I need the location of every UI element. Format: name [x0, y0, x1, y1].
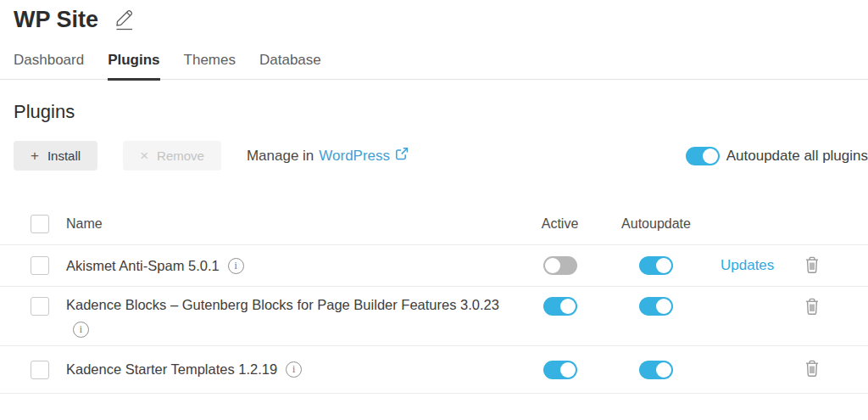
active-toggle[interactable]: [543, 297, 577, 316]
delete-plugin-button[interactable]: [804, 359, 868, 380]
plugin-name-cell: Kadence Starter Templates 1.2.19 i: [66, 361, 528, 378]
trash-icon: [804, 255, 821, 277]
edit-site-name-button[interactable]: [114, 7, 136, 34]
updates-link[interactable]: Updates: [721, 257, 804, 274]
delete-plugin-button[interactable]: [804, 297, 868, 318]
autoupdate-all-plugins: Autoupdate all plugins: [686, 147, 868, 165]
select-all-checkbox[interactable]: [31, 215, 49, 233]
plugin-name: Akismet Anti-Spam 5.0.1: [66, 258, 220, 274]
table-row: Kadence Blocks – Gutenberg Blocks for Pa…: [0, 287, 868, 346]
site-header: WP Site: [0, 0, 868, 34]
table-header-row: Name Active Autoupdate: [0, 203, 868, 245]
tab-database[interactable]: Database: [259, 52, 321, 81]
plugin-name-cell: Kadence Blocks – Gutenberg Blocks for Pa…: [66, 297, 528, 338]
tab-themes[interactable]: Themes: [184, 52, 236, 81]
row-checkbox[interactable]: [31, 297, 49, 316]
table-row: Kadence Starter Templates 1.2.19 i: [0, 346, 868, 394]
column-header-active: Active: [542, 216, 579, 232]
x-icon: ×: [140, 148, 148, 163]
site-tabs: Dashboard Plugins Themes Database: [0, 52, 868, 80]
plus-icon: +: [31, 148, 39, 163]
plugins-table: Name Active Autoupdate Akismet Anti-Spam…: [0, 203, 868, 394]
pencil-icon: [114, 7, 136, 34]
wordpress-link-label: WordPress: [319, 148, 390, 165]
manage-prefix-label: Manage in: [247, 148, 314, 165]
active-toggle[interactable]: [543, 361, 577, 379]
tab-dashboard[interactable]: Dashboard: [14, 52, 84, 81]
install-button[interactable]: + Install: [14, 141, 97, 171]
wordpress-link[interactable]: WordPress: [319, 146, 409, 165]
autoupdate-all-label: Autoupdate all plugins: [726, 148, 868, 165]
autoupdate-toggle[interactable]: [639, 361, 673, 379]
column-header-autoupdate: Autoupdate: [621, 216, 691, 232]
info-icon[interactable]: i: [73, 322, 89, 338]
active-toggle[interactable]: [543, 256, 577, 275]
page-title: WP Site: [14, 8, 98, 33]
delete-plugin-button[interactable]: [804, 255, 868, 277]
remove-button[interactable]: × Remove: [123, 141, 221, 171]
external-link-icon: [394, 146, 409, 165]
trash-icon: [804, 297, 821, 318]
trash-icon: [804, 359, 821, 380]
plugins-toolbar: + Install × Remove Manage in WordPress A…: [0, 141, 868, 171]
autoupdate-all-toggle[interactable]: [686, 147, 720, 165]
remove-button-label: Remove: [157, 148, 204, 163]
column-header-name: Name: [66, 216, 528, 232]
manage-in-wordpress: Manage in WordPress: [247, 146, 409, 165]
row-checkbox[interactable]: [31, 256, 49, 275]
tab-plugins[interactable]: Plugins: [108, 52, 159, 81]
info-icon[interactable]: i: [228, 258, 244, 274]
install-button-label: Install: [47, 148, 81, 163]
plugin-name-cell: Akismet Anti-Spam 5.0.1 i: [66, 258, 528, 274]
autoupdate-toggle[interactable]: [639, 297, 673, 316]
section-heading: Plugins: [14, 101, 854, 123]
row-checkbox[interactable]: [31, 361, 49, 379]
plugin-name: Kadence Blocks – Gutenberg Blocks for Pa…: [66, 297, 499, 313]
plugin-name: Kadence Starter Templates 1.2.19: [66, 361, 277, 378]
info-icon[interactable]: i: [286, 361, 302, 378]
autoupdate-toggle[interactable]: [639, 256, 673, 275]
table-row: Akismet Anti-Spam 5.0.1 i Updates: [0, 245, 868, 287]
